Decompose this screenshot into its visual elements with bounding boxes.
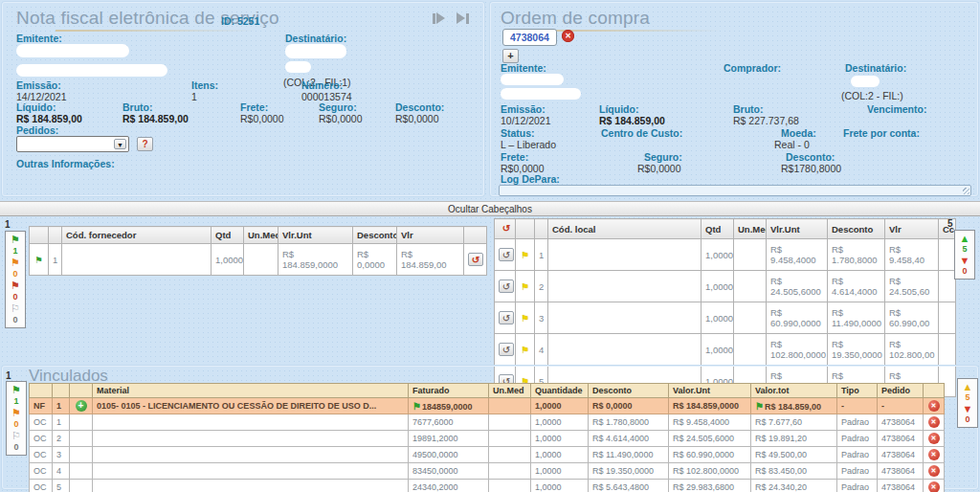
oc-emitente-label: Emitente: (501, 62, 546, 74)
pedidos-help-button[interactable]: ? (137, 137, 153, 151)
nf-id-text: ID: 5251 (221, 15, 259, 27)
white-flag-icon: ⚐ (6, 302, 25, 315)
redacted-oc-destinatario (851, 76, 880, 87)
doc-type-cell: NF (30, 398, 53, 414)
col-desconto: Desconto (353, 227, 397, 244)
delete-row-button[interactable]: ✕ (928, 465, 940, 477)
add-cell (70, 463, 93, 480)
col-qtd: Qtd (212, 227, 244, 244)
oc-status-value: L – Liberado (501, 139, 556, 150)
revert-item-button[interactable]: ↺ (468, 253, 483, 266)
tipo-cell: - (837, 398, 878, 414)
nf-emissao-label: Emissão: (16, 79, 61, 91)
nf-liquido-label: Líquido: (16, 101, 56, 113)
help-icon: ? (142, 139, 147, 149)
nf-destinatario-label: Destinatário: (285, 33, 346, 44)
pedido-link[interactable]: 4738064 (878, 463, 924, 480)
green-flag-count: 1 (6, 246, 25, 257)
close-icon: ✕ (931, 483, 937, 490)
oc-status-label: Status: (501, 127, 535, 139)
col-quantidade: Quantidade (531, 384, 589, 398)
material-cell (93, 431, 409, 447)
remove-order-button[interactable]: ✕ (562, 30, 574, 42)
up-count: 5 (958, 392, 977, 403)
add-order-button[interactable]: + (502, 49, 519, 63)
expand-row-button[interactable]: + (76, 400, 87, 412)
vlr-cell: R$ 184.859,00 (397, 244, 464, 276)
qtd-cell: 1,0000 (702, 334, 734, 366)
log-depara-textarea[interactable] (499, 185, 971, 196)
vinculados-oc-row: OC 5 24340,2000 1,0000 R$ 5.643,4800 R$ … (30, 480, 945, 492)
delete-row-button[interactable]: ✕ (928, 400, 940, 412)
faturado-cell: 19891,2000 (409, 431, 489, 447)
material-cell (93, 414, 409, 431)
quantidade-cell: 1,0000 (531, 431, 589, 447)
delete-row-button[interactable]: ✕ (928, 416, 940, 428)
attend-item-button[interactable]: ↺ (499, 311, 514, 324)
col-num (535, 219, 548, 239)
pedido-link[interactable]: 4738064 (878, 414, 924, 431)
attend-item-button[interactable]: ↺ (499, 343, 514, 356)
last-record-button[interactable] (456, 12, 473, 26)
desconto-cell: R$ 5.643,4800 (589, 480, 669, 492)
orange-flag-icon: ⚑ (6, 257, 25, 269)
delete-row-button[interactable]: ✕ (928, 481, 940, 492)
revert-icon: ↺ (472, 255, 479, 265)
down-arrow-icon[interactable]: ▼ (958, 403, 977, 414)
oc-items-scroll-box: ▲ 5 ▼ 0 (954, 230, 975, 280)
row-number: 2 (535, 271, 548, 302)
col-cod-local: Cód. local (548, 219, 702, 239)
cc-cell (939, 239, 956, 271)
oc-seguro-value: R$0,0000 (637, 163, 681, 174)
vlr-cell: R$ 9.458,40 (885, 239, 939, 271)
vinculados-scroll-box: ▲ 5 ▼ 0 (957, 378, 978, 428)
nf-items-table: Cód. fornecedor Qtd Un.Med Vlr.Unt Desco… (29, 226, 487, 276)
cc-cell (939, 334, 956, 366)
orange-flag-count: 0 (7, 419, 26, 430)
white-flag-count: 0 (6, 315, 25, 325)
row-number: 3 (535, 302, 548, 334)
attend-all-icon[interactable]: ↺ (499, 222, 514, 235)
delete-row-button[interactable]: ✕ (928, 449, 940, 460)
row-number: 3 (53, 447, 70, 463)
attend-item-button[interactable]: ↺ (499, 280, 514, 293)
close-icon: ✕ (565, 32, 571, 40)
vinculados-table: Material Faturado Un.Med Quantidade Desc… (29, 383, 945, 492)
hide-headers-button[interactable]: Ocultar Cabeçalhos (0, 201, 980, 216)
up-arrow-icon[interactable]: ▲ (955, 233, 974, 244)
nf-itens-label: Itens: (191, 79, 218, 91)
nf-seguro-label: Seguro: (319, 101, 357, 113)
col-desconto: Desconto (828, 219, 885, 239)
tipo-cell: Padrao (837, 447, 878, 463)
oc-log-depara-label: Log DePara: (501, 173, 560, 185)
pedidos-select[interactable]: ▼ (16, 136, 129, 152)
qtd-cell: 1,0000 (702, 239, 734, 271)
desconto-cell: R$ 4.614,4000 (828, 271, 885, 302)
nf-itens-value: 1 (191, 91, 197, 102)
material-cell (93, 480, 409, 492)
down-arrow-icon[interactable]: ▼ (955, 255, 974, 266)
plus-icon: + (78, 400, 84, 411)
faturado-cell: 24340,2000 (409, 480, 489, 492)
nf-items-flag-legend: ⚑ 1 ⚑ 0 ⚑ 0 ⚐ 0 (5, 231, 26, 328)
pedido-link[interactable]: 4738064 (878, 431, 924, 447)
vlr-cell: R$ 24.505,60 (885, 271, 939, 302)
delete-row-button[interactable]: ✕ (928, 433, 940, 444)
oc-bruto-value: R$ 227.737,68 (733, 115, 799, 126)
up-arrow-icon[interactable]: ▲ (958, 381, 977, 392)
nf-item-row: ⚑ 1 1,0000 R$ 184.859,0000 R$ 0,0000 R$ … (30, 244, 487, 276)
pedido-link[interactable]: 4738064 (878, 480, 924, 492)
nf-numero-label: Número: (301, 79, 343, 91)
order-number-chip[interactable]: 4738064 (502, 29, 557, 46)
oc-liquido-label: Líquido: (599, 103, 638, 115)
yellow-flag-icon: ⚑ (521, 250, 529, 260)
attend-item-button[interactable]: ↺ (499, 248, 514, 261)
unmed-cell (734, 334, 767, 366)
orange-flag-icon: ⚑ (7, 407, 26, 419)
oc-emissao-label: Emissão: (501, 103, 546, 115)
first-record-button[interactable] (431, 12, 448, 26)
desconto-cell: R$ 19.350,0000 (828, 334, 885, 366)
pedido-link[interactable]: 4738064 (878, 447, 924, 463)
doc-type-cell: OC (30, 447, 53, 463)
nf-outras-label: Outras Informações: (16, 158, 115, 169)
